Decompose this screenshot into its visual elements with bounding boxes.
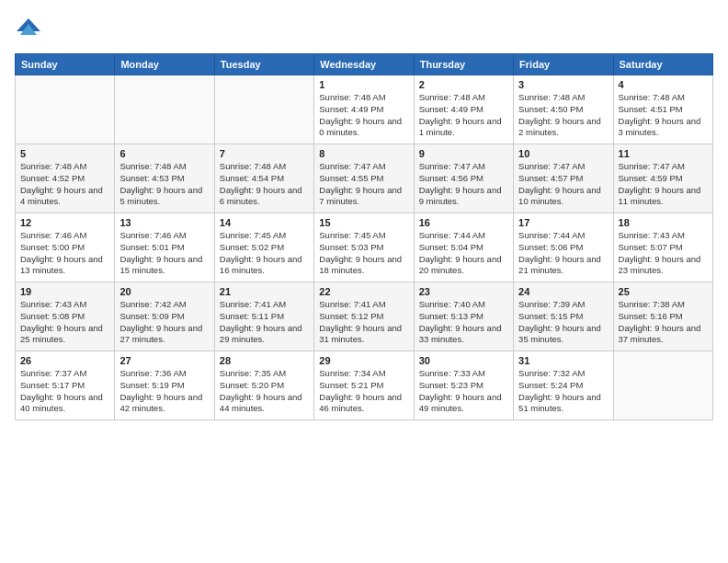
day-number: 29 xyxy=(319,355,408,366)
calendar-cell: 21 Sunrise: 7:41 AMSunset: 5:11 PMDaylig… xyxy=(214,282,313,351)
day-info: Sunrise: 7:44 AMSunset: 5:06 PMDaylight:… xyxy=(518,230,608,277)
weekday-header: Monday xyxy=(115,54,214,75)
calendar-cell: 11 Sunrise: 7:47 AMSunset: 4:59 PMDaylig… xyxy=(613,144,712,213)
calendar-week-row: 12 Sunrise: 7:46 AMSunset: 5:00 PMDaylig… xyxy=(16,213,713,282)
calendar-week-row: 1 Sunrise: 7:48 AMSunset: 4:49 PMDayligh… xyxy=(16,75,713,144)
day-info: Sunrise: 7:48 AMSunset: 4:49 PMDaylight:… xyxy=(319,92,408,139)
day-number: 8 xyxy=(319,148,408,159)
day-info: Sunrise: 7:48 AMSunset: 4:52 PMDaylight:… xyxy=(20,161,109,208)
day-number: 2 xyxy=(419,79,508,90)
logo-icon xyxy=(15,15,42,42)
day-info: Sunrise: 7:34 AMSunset: 5:21 PMDaylight:… xyxy=(319,368,408,415)
calendar-cell: 3 Sunrise: 7:48 AMSunset: 4:50 PMDayligh… xyxy=(514,75,613,144)
calendar-cell: 7 Sunrise: 7:48 AMSunset: 4:54 PMDayligh… xyxy=(214,144,313,213)
calendar-cell: 26 Sunrise: 7:37 AMSunset: 5:17 PMDaylig… xyxy=(16,351,115,420)
calendar-cell: 5 Sunrise: 7:48 AMSunset: 4:52 PMDayligh… xyxy=(16,144,115,213)
day-number: 27 xyxy=(119,355,209,366)
calendar-cell: 24 Sunrise: 7:39 AMSunset: 5:15 PMDaylig… xyxy=(514,282,613,351)
header-row: SundayMondayTuesdayWednesdayThursdayFrid… xyxy=(16,54,713,75)
day-info: Sunrise: 7:43 AMSunset: 5:08 PMDaylight:… xyxy=(20,299,109,346)
day-info: Sunrise: 7:43 AMSunset: 5:07 PMDaylight:… xyxy=(619,230,708,277)
day-info: Sunrise: 7:48 AMSunset: 4:54 PMDaylight:… xyxy=(220,161,309,208)
day-number: 10 xyxy=(518,148,608,159)
day-info: Sunrise: 7:45 AMSunset: 5:02 PMDaylight:… xyxy=(220,230,309,277)
day-info: Sunrise: 7:46 AMSunset: 5:01 PMDaylight:… xyxy=(119,230,209,277)
day-number: 15 xyxy=(319,217,408,228)
header xyxy=(15,15,713,42)
calendar-cell xyxy=(16,75,115,144)
calendar-cell: 25 Sunrise: 7:38 AMSunset: 5:16 PMDaylig… xyxy=(613,282,712,351)
calendar-cell: 1 Sunrise: 7:48 AMSunset: 4:49 PMDayligh… xyxy=(314,75,414,144)
calendar-cell xyxy=(214,75,313,144)
weekday-header: Tuesday xyxy=(214,54,313,75)
calendar-week-row: 5 Sunrise: 7:48 AMSunset: 4:52 PMDayligh… xyxy=(16,144,713,213)
day-number: 26 xyxy=(20,355,109,366)
day-number: 23 xyxy=(419,286,508,297)
day-number: 4 xyxy=(619,79,708,90)
calendar-cell: 18 Sunrise: 7:43 AMSunset: 5:07 PMDaylig… xyxy=(613,213,712,282)
calendar-cell: 12 Sunrise: 7:46 AMSunset: 5:00 PMDaylig… xyxy=(16,213,115,282)
calendar-week-row: 26 Sunrise: 7:37 AMSunset: 5:17 PMDaylig… xyxy=(16,351,713,420)
calendar-cell: 6 Sunrise: 7:48 AMSunset: 4:53 PMDayligh… xyxy=(115,144,214,213)
day-info: Sunrise: 7:47 AMSunset: 4:56 PMDaylight:… xyxy=(419,161,508,208)
calendar-cell: 22 Sunrise: 7:41 AMSunset: 5:12 PMDaylig… xyxy=(314,282,414,351)
day-number: 3 xyxy=(518,79,608,90)
day-number: 13 xyxy=(119,217,209,228)
day-info: Sunrise: 7:47 AMSunset: 4:57 PMDaylight:… xyxy=(518,161,608,208)
calendar-cell: 29 Sunrise: 7:34 AMSunset: 5:21 PMDaylig… xyxy=(314,351,414,420)
day-info: Sunrise: 7:39 AMSunset: 5:15 PMDaylight:… xyxy=(518,299,608,346)
day-number: 5 xyxy=(20,148,109,159)
day-number: 11 xyxy=(619,148,708,159)
day-info: Sunrise: 7:32 AMSunset: 5:24 PMDaylight:… xyxy=(518,368,608,415)
day-info: Sunrise: 7:48 AMSunset: 4:53 PMDaylight:… xyxy=(119,161,209,208)
day-number: 25 xyxy=(619,286,708,297)
weekday-header: Saturday xyxy=(613,54,712,75)
day-info: Sunrise: 7:46 AMSunset: 5:00 PMDaylight:… xyxy=(20,230,109,277)
day-number: 6 xyxy=(119,148,209,159)
calendar-cell xyxy=(115,75,214,144)
day-info: Sunrise: 7:47 AMSunset: 4:59 PMDaylight:… xyxy=(619,161,708,208)
day-info: Sunrise: 7:41 AMSunset: 5:12 PMDaylight:… xyxy=(319,299,408,346)
calendar-cell: 30 Sunrise: 7:33 AMSunset: 5:23 PMDaylig… xyxy=(414,351,513,420)
day-number: 14 xyxy=(220,217,309,228)
calendar-cell: 28 Sunrise: 7:35 AMSunset: 5:20 PMDaylig… xyxy=(214,351,313,420)
day-info: Sunrise: 7:45 AMSunset: 5:03 PMDaylight:… xyxy=(319,230,408,277)
calendar-body: 1 Sunrise: 7:48 AMSunset: 4:49 PMDayligh… xyxy=(16,75,713,420)
day-number: 1 xyxy=(319,79,408,90)
day-number: 22 xyxy=(319,286,408,297)
calendar-cell: 14 Sunrise: 7:45 AMSunset: 5:02 PMDaylig… xyxy=(214,213,313,282)
day-info: Sunrise: 7:38 AMSunset: 5:16 PMDaylight:… xyxy=(619,299,708,346)
calendar-cell: 23 Sunrise: 7:40 AMSunset: 5:13 PMDaylig… xyxy=(414,282,513,351)
calendar-header: SundayMondayTuesdayWednesdayThursdayFrid… xyxy=(16,54,713,75)
day-info: Sunrise: 7:42 AMSunset: 5:09 PMDaylight:… xyxy=(119,299,209,346)
weekday-header: Friday xyxy=(514,54,613,75)
calendar-cell xyxy=(613,351,712,420)
day-number: 31 xyxy=(518,355,608,366)
calendar-cell: 2 Sunrise: 7:48 AMSunset: 4:49 PMDayligh… xyxy=(414,75,513,144)
calendar-cell: 8 Sunrise: 7:47 AMSunset: 4:55 PMDayligh… xyxy=(314,144,414,213)
calendar-cell: 20 Sunrise: 7:42 AMSunset: 5:09 PMDaylig… xyxy=(115,282,214,351)
day-number: 24 xyxy=(518,286,608,297)
weekday-header: Thursday xyxy=(414,54,513,75)
day-number: 17 xyxy=(518,217,608,228)
day-number: 9 xyxy=(419,148,508,159)
day-number: 21 xyxy=(220,286,309,297)
day-number: 28 xyxy=(220,355,309,366)
day-info: Sunrise: 7:40 AMSunset: 5:13 PMDaylight:… xyxy=(419,299,508,346)
day-info: Sunrise: 7:36 AMSunset: 5:19 PMDaylight:… xyxy=(119,368,209,415)
day-info: Sunrise: 7:41 AMSunset: 5:11 PMDaylight:… xyxy=(220,299,309,346)
day-number: 12 xyxy=(20,217,109,228)
weekday-header: Wednesday xyxy=(314,54,414,75)
calendar-cell: 27 Sunrise: 7:36 AMSunset: 5:19 PMDaylig… xyxy=(115,351,214,420)
day-number: 7 xyxy=(220,148,309,159)
calendar-table: SundayMondayTuesdayWednesdayThursdayFrid… xyxy=(15,53,713,420)
calendar-cell: 10 Sunrise: 7:47 AMSunset: 4:57 PMDaylig… xyxy=(514,144,613,213)
calendar-cell: 9 Sunrise: 7:47 AMSunset: 4:56 PMDayligh… xyxy=(414,144,513,213)
calendar-cell: 31 Sunrise: 7:32 AMSunset: 5:24 PMDaylig… xyxy=(514,351,613,420)
day-number: 16 xyxy=(419,217,508,228)
calendar-cell: 13 Sunrise: 7:46 AMSunset: 5:01 PMDaylig… xyxy=(115,213,214,282)
day-info: Sunrise: 7:47 AMSunset: 4:55 PMDaylight:… xyxy=(319,161,408,208)
day-info: Sunrise: 7:33 AMSunset: 5:23 PMDaylight:… xyxy=(419,368,508,415)
calendar-week-row: 19 Sunrise: 7:43 AMSunset: 5:08 PMDaylig… xyxy=(16,282,713,351)
day-info: Sunrise: 7:37 AMSunset: 5:17 PMDaylight:… xyxy=(20,368,109,415)
